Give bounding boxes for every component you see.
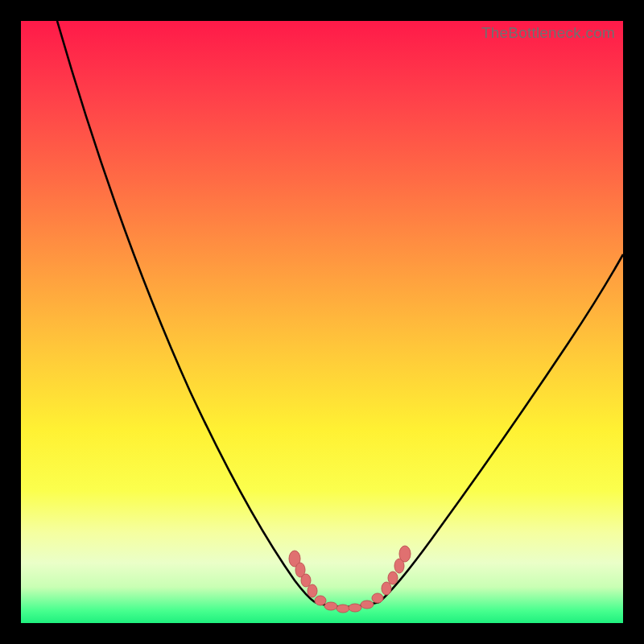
valley-marker	[315, 596, 326, 605]
valley-marker	[336, 605, 349, 613]
outer-frame: TheBottleneck.com	[0, 0, 644, 644]
valley-marker	[361, 601, 374, 609]
valley-marker	[324, 602, 337, 610]
plot-area: TheBottleneck.com	[21, 21, 623, 623]
left-curve-path	[57, 21, 315, 602]
valley-marker	[308, 584, 317, 597]
right-curve-path	[379, 254, 623, 602]
valley-marker	[349, 604, 361, 612]
valley-marker	[382, 582, 391, 595]
valley-marker	[388, 572, 398, 584]
valley-marker	[372, 593, 383, 603]
curve-layer	[21, 21, 623, 623]
valley-marker	[301, 574, 311, 587]
watermark-label: TheBottleneck.com	[481, 24, 615, 42]
valley-marker	[399, 546, 411, 562]
